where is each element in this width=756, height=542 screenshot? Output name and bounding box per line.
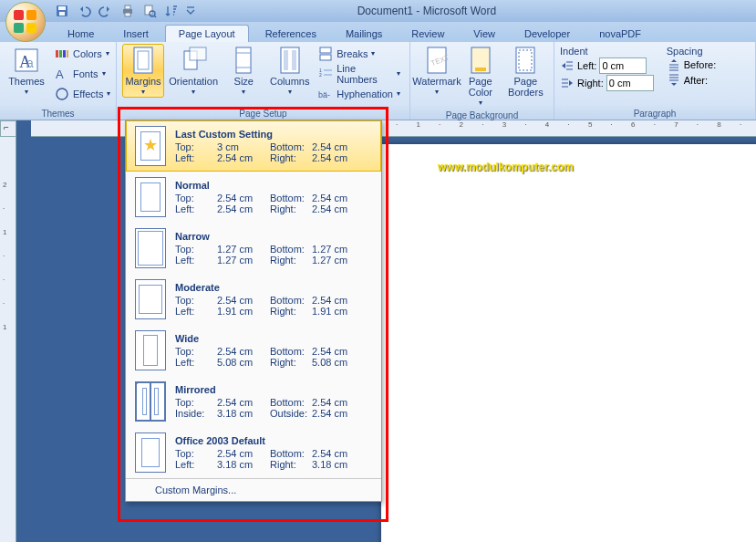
orientation-label: Orientation — [169, 76, 218, 87]
document-page[interactable] — [381, 144, 756, 542]
custom-margins-button[interactable]: Custom Margins... — [126, 478, 381, 501]
indent-right-input[interactable] — [606, 75, 654, 91]
margin-thumb-icon — [135, 381, 166, 422]
margin-option-title: Last Custom Setting — [175, 129, 372, 140]
columns-button[interactable]: Columns ▾ — [268, 44, 311, 98]
group-page-background: TEXT Watermark ▾ Page Color ▾ Page Borde… — [410, 42, 554, 120]
svg-rect-16 — [67, 50, 68, 57]
page-borders-button[interactable]: Page Borders — [503, 44, 548, 99]
svg-rect-5 — [125, 13, 130, 16]
indent-right-label: Right: — [577, 78, 604, 89]
svg-rect-1 — [58, 6, 66, 10]
colors-icon — [55, 47, 69, 61]
tab-review[interactable]: Review — [399, 26, 457, 42]
vertical-ruler[interactable]: 2·1···1 — [0, 137, 16, 542]
size-button[interactable]: Size ▾ — [223, 44, 264, 98]
margins-option-narrow[interactable]: NarrowTop:1.27 cmBottom:1.27 cmLeft:1.27… — [126, 223, 381, 274]
ruler-corner[interactable] — [0, 120, 16, 137]
tab-insert[interactable]: Insert — [110, 26, 161, 42]
group-themes-label: Themes — [5, 107, 110, 120]
margin-thumb-icon — [135, 228, 166, 268]
page-color-icon — [466, 46, 495, 75]
margin-thumb-icon — [135, 177, 166, 217]
page-color-label: Page Color — [465, 76, 496, 98]
line-numbers-label: Line Numbers — [337, 63, 393, 85]
tab-view[interactable]: View — [461, 26, 508, 42]
tab-references[interactable]: References — [253, 26, 329, 42]
orientation-button[interactable]: Orientation ▾ — [168, 44, 219, 98]
svg-rect-22 — [190, 47, 206, 60]
themes-label: Themes — [8, 76, 45, 87]
office-button[interactable] — [5, 2, 46, 42]
spacing-heading: Spacing — [667, 46, 716, 57]
tab-home[interactable]: Home — [55, 26, 107, 42]
margin-option-text: Last Custom SettingTop:3 cmBottom:2.54 c… — [175, 129, 372, 163]
page-color-button[interactable]: Page Color ▾ — [461, 44, 500, 109]
svg-rect-28 — [292, 50, 296, 70]
margins-option-wide[interactable]: WideTop:2.54 cmBottom:2.54 cmLeft:5.08 c… — [126, 325, 381, 376]
spacing-before-icon — [667, 57, 681, 72]
undo-icon[interactable] — [77, 4, 91, 18]
ribbon-tabs: Home Insert Page Layout References Maili… — [0, 22, 756, 42]
group-page-setup-label: Page Setup — [122, 107, 404, 120]
theme-fonts-button[interactable]: A Fonts ▾ — [51, 64, 114, 83]
redo-icon[interactable] — [98, 4, 113, 18]
margin-option-title: Moderate — [175, 282, 372, 293]
effects-label: Effects — [73, 89, 103, 99]
margin-thumb-icon — [135, 330, 166, 370]
margins-option-o2003[interactable]: Office 2003 DefaultTop:2.54 cmBottom:2.5… — [126, 427, 381, 478]
margin-thumb-icon — [135, 126, 166, 166]
margin-option-title: Office 2003 Default — [175, 435, 372, 446]
tab-novapdf[interactable]: novaPDF — [586, 26, 654, 42]
spacing-after-label: After: — [684, 75, 708, 86]
svg-rect-15 — [63, 50, 66, 57]
size-label: Size — [234, 76, 254, 87]
theme-effects-button[interactable]: Effects ▾ — [51, 84, 114, 103]
line-numbers-icon: 12 — [318, 67, 333, 81]
tab-developer[interactable]: Developer — [512, 26, 583, 42]
themes-icon: Aa — [12, 46, 41, 75]
margin-option-text: MirroredTop:2.54 cmBottom:2.54 cmInside:… — [175, 384, 372, 419]
watermark-button[interactable]: TEXT Watermark ▾ — [416, 44, 458, 98]
margins-option-moderate[interactable]: ModerateTop:2.54 cmBottom:2.54 cmLeft:1.… — [126, 274, 381, 325]
margins-option-normal[interactable]: NormalTop:2.54 cmBottom:2.54 cmLeft:2.54… — [126, 172, 381, 223]
tab-page-layout[interactable]: Page Layout — [165, 25, 249, 42]
overlay-watermark: www.modulkomputer.com — [438, 161, 574, 173]
svg-rect-6 — [145, 5, 152, 15]
line-numbers-button[interactable]: 12 Line Numbers ▾ — [315, 64, 404, 83]
chevron-down-icon: ▾ — [141, 88, 145, 96]
print-preview-icon[interactable] — [142, 4, 157, 18]
margin-values-row: Left:1.91 cmRight:1.91 cm — [175, 306, 372, 317]
fonts-icon: A — [55, 67, 69, 81]
margins-label: Margins — [125, 76, 161, 87]
print-icon[interactable] — [120, 4, 135, 18]
chevron-down-icon: ▾ — [242, 88, 245, 96]
chevron-down-icon: ▾ — [435, 88, 439, 96]
group-paragraph: Indent Left: Right: Spacing Before: — [554, 42, 756, 120]
margin-values-row: Left:3.18 cmRight:3.18 cm — [175, 459, 372, 470]
svg-point-18 — [57, 89, 67, 99]
indent-heading: Indent — [560, 46, 654, 57]
themes-button[interactable]: Aa Themes ▾ — [5, 44, 47, 98]
indent-left-icon — [560, 58, 575, 73]
theme-colors-button[interactable]: Colors ▾ — [51, 44, 114, 63]
margin-option-text: NarrowTop:1.27 cmBottom:1.27 cmLeft:1.27… — [175, 231, 372, 266]
indent-left-input[interactable] — [599, 57, 647, 74]
tab-mailings[interactable]: Mailings — [333, 26, 395, 42]
breaks-button[interactable]: Breaks ▾ — [315, 44, 404, 63]
title-bar: Document1 - Microsoft Word — [0, 0, 756, 22]
margin-values-row: Top:3 cmBottom:2.54 cm — [175, 141, 372, 152]
margins-option-custom[interactable]: Last Custom SettingTop:3 cmBottom:2.54 c… — [126, 120, 381, 172]
margin-values-row: Top:2.54 cmBottom:2.54 cm — [175, 397, 372, 408]
margin-values-row: Left:5.08 cmRight:5.08 cm — [175, 357, 372, 368]
qat-customize-icon[interactable] — [186, 4, 195, 18]
svg-rect-39 — [475, 68, 486, 71]
sort-icon[interactable] — [164, 4, 179, 18]
hyphenation-button[interactable]: bä- Hyphenation ▾ — [315, 84, 404, 103]
indent-right-icon — [560, 76, 575, 90]
margin-option-title: Narrow — [175, 231, 372, 242]
margins-option-mirrored[interactable]: MirroredTop:2.54 cmBottom:2.54 cmInside:… — [126, 376, 381, 427]
margin-option-title: Normal — [175, 180, 372, 191]
save-icon[interactable] — [55, 4, 69, 18]
margins-button[interactable]: Margins ▾ — [122, 44, 164, 98]
